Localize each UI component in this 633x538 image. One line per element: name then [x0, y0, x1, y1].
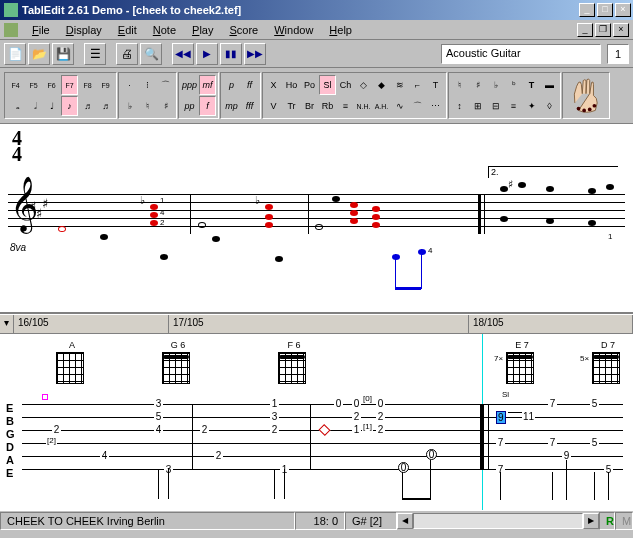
print-button[interactable]: 🖨 [116, 43, 138, 65]
grid3-button[interactable]: ≡ [505, 96, 522, 116]
note[interactable] [546, 186, 554, 192]
tab-fret[interactable]: 1 [270, 398, 279, 409]
ruler-measure-17[interactable]: 17/105 [169, 315, 469, 333]
maximize-button[interactable]: □ [597, 3, 613, 17]
grid1-button[interactable]: ⊞ [469, 96, 486, 116]
p-button[interactable]: p [223, 75, 240, 95]
tab-fret[interactable]: 7 [496, 437, 505, 448]
diamond-button[interactable]: ◊ [541, 96, 558, 116]
horizontal-scrollbar[interactable] [413, 513, 583, 529]
note[interactable] [265, 204, 273, 210]
tab-fret[interactable]: 3 [154, 398, 163, 409]
note[interactable] [500, 186, 508, 192]
menu-play[interactable]: Play [184, 22, 221, 38]
eighth-note-button[interactable]: F7 [61, 75, 78, 95]
ff-button[interactable]: ff [241, 75, 258, 95]
chord-diagram-g6[interactable]: G 6 [162, 340, 194, 384]
save-button[interactable]: 💾 [52, 43, 74, 65]
tab-fret[interactable]: 11 [522, 411, 535, 422]
fx-blank1-button[interactable]: ∿ [391, 96, 408, 116]
note[interactable] [150, 220, 158, 226]
tie-button[interactable]: ⌒ [157, 75, 174, 95]
open-button[interactable]: 📂 [28, 43, 50, 65]
note[interactable] [372, 206, 380, 212]
note[interactable] [588, 188, 596, 194]
instrument-selector[interactable]: Acoustic Guitar [441, 44, 601, 64]
tab-fret-ghost[interactable] [318, 424, 330, 436]
dotted-button[interactable]: · [121, 75, 138, 95]
new-button[interactable]: 📄 [4, 43, 26, 65]
tab-fret[interactable]: 4 [100, 450, 109, 461]
mdi-minimize-button[interactable]: _ [577, 23, 593, 37]
bar-button[interactable]: ▬ [541, 75, 558, 95]
misc-flat-button[interactable]: ♭ [487, 75, 504, 95]
half-note-button[interactable]: F5 [25, 75, 42, 95]
chord-diagram-e7[interactable]: E 7 7× [506, 340, 538, 384]
note[interactable] [265, 214, 273, 220]
close-button[interactable]: × [615, 3, 631, 17]
rewind-button[interactable]: ◀◀ [172, 43, 194, 65]
note[interactable] [546, 218, 554, 224]
tab-fret[interactable]: 0 [334, 398, 343, 409]
tablature-pane[interactable]: A G 6 F 6 E 7 7× D 7 5× EBG DAE 2 [2] 4 … [0, 334, 633, 510]
measure-ruler[interactable]: ▾ 16/105 17/105 18/105 [0, 314, 633, 334]
notation-pane[interactable]: 4 4 𝄞 8va ♯ ♯ ♯ ♭ ♭ 2. ♯ 1 4 2 4 [0, 124, 633, 314]
triplet-button[interactable]: ⁝ [139, 75, 156, 95]
roll-button[interactable]: ≡ [337, 96, 354, 116]
chord-diagram-a[interactable]: A [56, 340, 88, 384]
forward-button[interactable]: ▶▶ [244, 43, 266, 65]
scroll-right-button[interactable]: ▶ [583, 513, 599, 529]
text-button[interactable]: T [523, 75, 540, 95]
misc-sharp-button[interactable]: ♯ [469, 75, 486, 95]
tab-fret[interactable]: 0 [352, 398, 361, 409]
play-button[interactable]: ▶ [196, 43, 218, 65]
tab-fret[interactable]: 4 [154, 424, 163, 435]
fff-button[interactable]: fff [241, 96, 258, 116]
note[interactable] [160, 254, 168, 260]
note[interactable] [58, 226, 66, 232]
half-note-icon[interactable]: 𝅗𝅥 [25, 96, 42, 116]
fx-blank3-button[interactable]: ⋯ [427, 96, 444, 116]
tab-fret[interactable]: 7 [548, 398, 557, 409]
harm2-button[interactable]: ◆ [373, 75, 390, 95]
note[interactable] [100, 234, 108, 240]
vibrato-button[interactable]: ≋ [391, 75, 408, 95]
tab-fret-selected[interactable]: 9 [496, 411, 506, 424]
bend-button[interactable]: ⌐ [409, 75, 426, 95]
note[interactable] [350, 218, 358, 224]
updown-button[interactable]: ↕ [451, 96, 468, 116]
whole-note-icon[interactable]: 𝅝 [7, 96, 24, 116]
mdi-restore-button[interactable]: ❐ [595, 23, 611, 37]
ppp-button[interactable]: ppp [181, 75, 198, 95]
tab-fret[interactable]: 7 [548, 437, 557, 448]
note[interactable] [150, 204, 158, 210]
pulloff-button[interactable]: Po [301, 75, 318, 95]
note[interactable] [315, 224, 323, 230]
rb-button[interactable]: Rb [319, 96, 336, 116]
note[interactable] [265, 222, 273, 228]
fx-blank2-button[interactable]: ⌒ [409, 96, 426, 116]
menu-edit[interactable]: Edit [110, 22, 145, 38]
instrument-index[interactable]: 1 [607, 44, 629, 64]
misc-natural-button[interactable]: ♮ [451, 75, 468, 95]
tab-fret[interactable]: 3 [270, 411, 279, 422]
mp-button[interactable]: mp [223, 96, 240, 116]
note[interactable] [350, 210, 358, 216]
pp-button[interactable]: pp [181, 96, 198, 116]
pause-button[interactable]: ▮▮ [220, 43, 242, 65]
chord-diagram-d7[interactable]: D 7 5× [592, 340, 624, 384]
choke-button[interactable]: Ch [337, 75, 354, 95]
whole-note-button[interactable]: F4 [7, 75, 24, 95]
thirtysecond-note-icon[interactable]: ♬ [97, 96, 114, 116]
chord-diagram-f6[interactable]: F 6 [278, 340, 310, 384]
star-button[interactable]: ✦ [523, 96, 540, 116]
natural-button[interactable]: ♮ [139, 96, 156, 116]
note[interactable] [372, 214, 380, 220]
menu-help[interactable]: Help [321, 22, 360, 38]
menu-note[interactable]: Note [145, 22, 184, 38]
tab-fret[interactable]: 2 [214, 450, 223, 461]
note[interactable] [275, 256, 283, 262]
ruler-anchor[interactable]: ▾ [0, 315, 14, 333]
x-effect-button[interactable]: X [265, 75, 282, 95]
sixteenth-note-button[interactable]: F8 [79, 75, 96, 95]
